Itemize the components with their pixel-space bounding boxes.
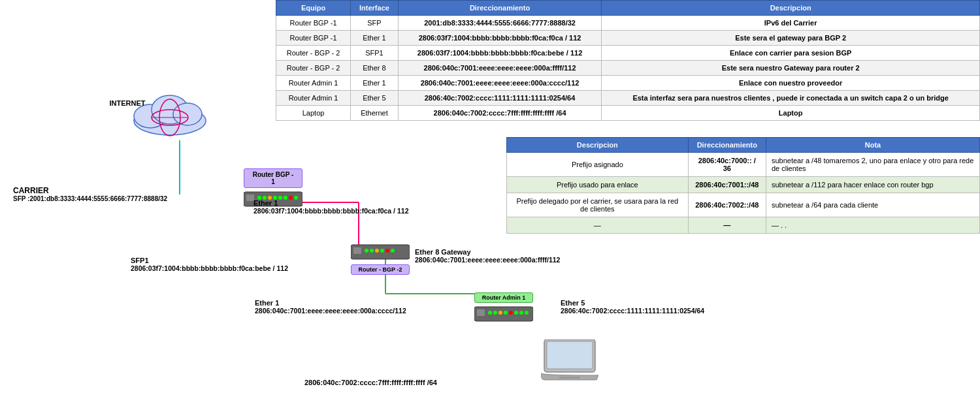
table-row: Prefijo asignado2806:40c:7000:: / 36subn… xyxy=(507,153,980,177)
col2-descripcion: Descripcion xyxy=(507,138,689,153)
internet-cloud: INTERNET xyxy=(127,85,212,140)
cell-descripcion: Enlace con carrier para sesion BGP xyxy=(602,46,980,61)
table-row: Prefijo usado para enlace2806:40c:7001::… xyxy=(507,177,980,193)
router-bgp1-label: Router BGP - 1 xyxy=(244,168,302,188)
cell2-nota: subnetear a /112 para hacer enlace con r… xyxy=(766,177,979,193)
bgp2-ether8-label: Ether 8 Gateway 2806:040c:7001:eeee:eeee… xyxy=(415,248,560,264)
cell-descripcion: Laptop xyxy=(602,106,980,121)
cell2-descripcion: Prefijo usado para enlace xyxy=(507,177,689,193)
cell-descripcion: Este sera nuestro Gateway para router 2 xyxy=(602,61,980,76)
svg-point-35 xyxy=(488,311,492,315)
router-admin1-icon xyxy=(474,305,533,322)
bgp1-ether1-label: Ether 1 2806:03f7:1004:bbbb:bbbb:bbbb:f0… xyxy=(253,199,408,215)
svg-rect-34 xyxy=(477,309,485,316)
router-bgp2-label: Router - BGP -2 xyxy=(351,264,410,275)
cell2-nota: subnetear a /48 tomaremos 2, uno para en… xyxy=(766,153,979,177)
laptop-icon xyxy=(541,339,600,383)
table-row: ——— . . xyxy=(507,217,980,234)
svg-rect-26 xyxy=(353,247,361,254)
col2-nota: Nota xyxy=(766,138,979,153)
cell2-descripcion: Prefijo delegado por el carrier, se usar… xyxy=(507,193,689,217)
table-row: Prefijo delegado por el carrier, se usar… xyxy=(507,193,980,217)
router-admin1-label: Router Admin 1 xyxy=(474,292,533,303)
cell2-descripcion: — xyxy=(507,217,689,234)
svg-point-32 xyxy=(391,249,395,253)
cell2-direccionamiento: 2806:40c:7001::/48 xyxy=(688,177,766,193)
cell-descripcion: Esta interfaz sera para nuestros cliente… xyxy=(602,91,980,106)
laptop-svg xyxy=(541,339,600,382)
svg-point-41 xyxy=(519,311,523,315)
cell2-direccionamiento: 2806:40c:7002::/48 xyxy=(688,193,766,217)
router-admin1: Router Admin 1 xyxy=(474,292,533,324)
svg-point-30 xyxy=(380,249,384,253)
cell-descripcion: IPv6 del Carrier xyxy=(602,16,980,31)
bgp2-sfp1-label: SFP1 2806:03f7:1004:bbbb:bbbb:bbbb:f0ca:… xyxy=(131,257,288,272)
cell2-direccionamiento: 2806:40c:7000:: / 36 xyxy=(688,153,766,177)
internet-label: INTERNET xyxy=(85,99,170,107)
svg-point-27 xyxy=(365,249,368,253)
cell-descripcion: Enlace con nuestro proveedor xyxy=(602,76,980,91)
admin1-ether5-label: Ether 5 2806:40c:7002:cccc:1111:1111:111… xyxy=(561,299,704,315)
col-descripcion: Descripcion xyxy=(602,1,980,16)
svg-point-11 xyxy=(173,103,202,125)
cell2-direccionamiento: — xyxy=(688,217,766,234)
cell-descripcion: Este sera el gateway para BGP 2 xyxy=(602,31,980,46)
second-table: Descripcion Direccionamiento Nota Prefij… xyxy=(506,137,980,234)
network-diagram: INTERNET CARRIER SFP :2001:db8:3333:4444… xyxy=(0,0,503,406)
svg-point-37 xyxy=(498,311,502,315)
svg-point-36 xyxy=(493,311,497,315)
svg-point-39 xyxy=(509,311,513,315)
second-table-section: Descripcion Direccionamiento Nota Prefij… xyxy=(506,137,980,234)
svg-point-40 xyxy=(514,311,518,315)
cell2-nota: subnetear a /64 para cada cliente xyxy=(766,193,979,217)
svg-point-28 xyxy=(370,249,374,253)
router-bgp2: Router - BGP -2 xyxy=(351,243,410,277)
svg-point-29 xyxy=(375,249,379,253)
svg-point-38 xyxy=(504,311,508,315)
svg-rect-44 xyxy=(547,341,593,369)
svg-point-42 xyxy=(525,311,529,315)
admin1-ether1-label: Ether 1 2806:040c:7001:eeee:eeee:eeee:00… xyxy=(255,299,406,315)
carrier-label: CARRIER SFP :2001:db8:3333:4444:5555:666… xyxy=(13,186,167,202)
cell2-nota: — . . xyxy=(766,217,979,234)
svg-rect-45 xyxy=(559,377,580,379)
cell2-descripcion: Prefijo asignado xyxy=(507,153,689,177)
col2-direccionamiento: Direccionamiento xyxy=(688,138,766,153)
router-bgp2-icon xyxy=(351,243,410,260)
laptop-eth-label: 2806:040c:7002:cccc:7fff:ffff:ffff:ffff … xyxy=(304,379,437,386)
cloud-svg xyxy=(127,85,212,137)
svg-point-31 xyxy=(385,249,389,253)
